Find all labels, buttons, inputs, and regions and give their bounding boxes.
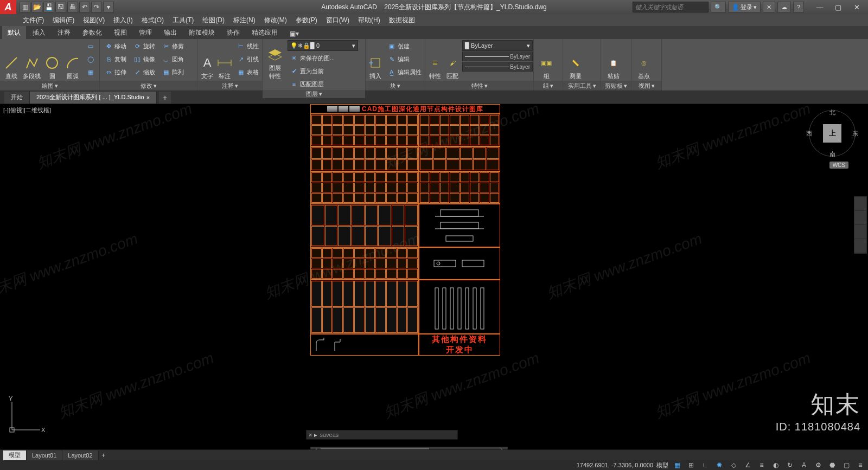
panel-title-view[interactable]: 视图 ▾ — [631, 81, 661, 91]
menu-window[interactable]: 窗口(W) — [322, 14, 354, 26]
help-icon[interactable]: ? — [793, 2, 804, 12]
layer-match-button[interactable]: ≡匹配图层 — [288, 78, 358, 90]
panel-title-properties[interactable]: 特性 ▾ — [425, 81, 533, 91]
matchprop-button[interactable]: 🖌 匹配 — [445, 40, 460, 80]
qat-save-icon[interactable]: 💾 — [43, 2, 54, 12]
ribbon-tab-expand-icon[interactable]: ▣▾ — [284, 28, 304, 39]
group-button[interactable]: ▣▣ 组 — [536, 40, 557, 80]
file-tab-document[interactable]: 2025全新设计图库系列 [ ... ]_YLD.Studio × — [30, 92, 157, 104]
array-button[interactable]: ▦阵列 — [159, 66, 186, 78]
panel-title-clipboard[interactable]: 剪贴板 ▾ — [601, 81, 631, 91]
insert-block-button[interactable]: 插入 — [368, 40, 383, 80]
scale-button[interactable]: ⤢缩放 — [131, 66, 157, 78]
lineweight-dropdown[interactable]: ByLayer — [462, 51, 533, 61]
ortho-toggle-icon[interactable]: ∟ — [700, 461, 711, 469]
ribbon-tab-collab[interactable]: 协作 — [221, 26, 245, 39]
ellipse-icon[interactable]: ◯ — [84, 53, 97, 65]
close-button[interactable]: ✕ — [847, 0, 866, 14]
rotate-button[interactable]: ⟳旋转 — [131, 40, 157, 52]
help-search-input[interactable]: 键入关键字或短语 — [633, 2, 709, 12]
edit-block-button[interactable]: ✎编辑 — [385, 53, 424, 65]
layerstate-button[interactable]: ☀未保存的图... — [288, 52, 358, 64]
panel-title-annotation[interactable]: 注释 ▾ — [197, 81, 262, 91]
hardware-accel-icon[interactable]: ⬣ — [827, 461, 838, 469]
customize-status-icon[interactable]: ≡ — [855, 461, 866, 469]
nav-wheel-icon[interactable] — [854, 197, 866, 211]
status-mode[interactable]: 模型 — [656, 461, 668, 469]
layout-tab-2[interactable]: Layout02 — [62, 450, 98, 460]
new-tab-button[interactable]: + — [159, 92, 171, 104]
linetype-dropdown[interactable]: ByLayer — [462, 62, 533, 72]
panel-title-block[interactable]: 块 ▾ — [366, 81, 425, 91]
qat-open-icon[interactable]: 📂 — [31, 2, 42, 12]
app-logo[interactable]: A — [0, 0, 16, 14]
nav-bar[interactable] — [854, 196, 867, 254]
panel-title-draw[interactable]: 绘图 ▾ — [0, 81, 99, 91]
menu-modify[interactable]: 修改(M) — [260, 14, 291, 26]
command-line[interactable]: × ▸ saveas — [306, 430, 458, 440]
layout-add-button[interactable]: + — [99, 452, 108, 459]
panel-title-group[interactable]: 组 ▾ — [534, 81, 563, 91]
a360-icon[interactable]: ☁ — [777, 2, 791, 12]
table-button[interactable]: ▦表格 — [234, 66, 261, 78]
color-dropdown[interactable]: ▉ ByLayer▾ — [462, 40, 533, 51]
cycling-toggle-icon[interactable]: ↻ — [784, 461, 795, 469]
ribbon-tab-parametric[interactable]: 参数化 — [77, 26, 107, 39]
menu-dim[interactable]: 标注(N) — [229, 14, 260, 26]
panel-title-modify[interactable]: 修改 ▾ — [100, 81, 197, 91]
line-button[interactable]: 直线 — [2, 40, 21, 80]
exchange-icon[interactable]: ✕ — [763, 2, 775, 12]
menu-dataview[interactable]: 数据视图 — [385, 14, 419, 26]
menu-format[interactable]: 格式(O) — [137, 14, 168, 26]
transparency-toggle-icon[interactable]: ◐ — [770, 461, 781, 469]
ribbon-tab-view[interactable]: 视图 — [108, 26, 132, 39]
menu-param[interactable]: 参数(P) — [291, 14, 322, 26]
qat-plot-icon[interactable]: 🖶 — [67, 2, 78, 12]
close-tab-icon[interactable]: × — [146, 94, 150, 101]
edit-attr-button[interactable]: A̲编辑属性 — [385, 66, 424, 78]
dim-button[interactable]: 标注 — [217, 40, 232, 80]
viewcube[interactable]: 上 北 南 东 西 — [806, 107, 858, 159]
polar-toggle-icon[interactable]: ✺ — [714, 461, 725, 469]
stretch-button[interactable]: ⇔拉伸 — [102, 66, 129, 78]
minimize-button[interactable]: — — [810, 0, 829, 14]
panel-title-utilities[interactable]: 实用工具 ▾ — [563, 81, 601, 91]
text-button[interactable]: A 文字 — [200, 40, 215, 80]
ribbon-tab-default[interactable]: 默认 — [2, 26, 26, 39]
trim-button[interactable]: ✂修剪 — [159, 40, 186, 52]
move-button[interactable]: ✥移动 — [102, 40, 129, 52]
otrack-toggle-icon[interactable]: ∠ — [742, 461, 753, 469]
clean-screen-icon[interactable]: ▢ — [841, 461, 852, 469]
linear-button[interactable]: ⊢线性 — [234, 40, 261, 52]
lineweight-toggle-icon[interactable]: ≡ — [756, 461, 767, 469]
login-button[interactable]: 👤 登录 ▾ — [728, 2, 761, 12]
qat-undo-icon[interactable]: ↶ — [79, 2, 90, 12]
viewcube-west[interactable]: 西 — [806, 130, 812, 138]
file-tab-start[interactable]: 开始 — [4, 92, 30, 104]
grid-toggle-icon[interactable]: ▦ — [672, 461, 682, 469]
leader-button[interactable]: ↗引线 — [234, 53, 261, 65]
ribbon-tab-addins[interactable]: 附加模块 — [183, 26, 220, 39]
annotation-scale-icon[interactable]: A — [799, 461, 809, 469]
maximize-button[interactable]: ▢ — [829, 0, 847, 14]
nav-orbit-icon[interactable] — [854, 239, 866, 253]
menu-draw[interactable]: 绘图(D) — [198, 14, 229, 26]
viewcube-south[interactable]: 南 — [829, 150, 835, 158]
panel-title-layers[interactable]: 图层 ▾ — [263, 90, 365, 98]
menu-tools[interactable]: 工具(T) — [168, 14, 198, 26]
nav-pan-icon[interactable] — [854, 211, 866, 225]
drawing-area[interactable]: [-][俯视][二维线框] 上 北 南 东 西 WCS X Y CAD施工图深化… — [0, 104, 868, 450]
menu-insert[interactable]: 插入(I) — [109, 14, 137, 26]
create-block-button[interactable]: ▣创建 — [385, 40, 424, 52]
viewcube-north[interactable]: 北 — [829, 108, 835, 117]
wcs-label[interactable]: WCS — [829, 162, 848, 169]
basepoint-button[interactable]: ◎ 基点 — [634, 40, 654, 80]
layout-tab-1[interactable]: Layout01 — [27, 450, 62, 460]
hatch-icon[interactable]: ▦ — [84, 66, 97, 78]
menu-edit[interactable]: 编辑(E) — [48, 14, 79, 26]
viewcube-face[interactable]: 上 — [823, 124, 841, 143]
copy-button[interactable]: ⎘复制 — [102, 53, 129, 65]
polyline-button[interactable]: 多段线 — [23, 40, 41, 80]
measure-button[interactable]: 📏 测量 — [565, 40, 586, 80]
workspace-icon[interactable]: ⚙ — [813, 461, 824, 469]
